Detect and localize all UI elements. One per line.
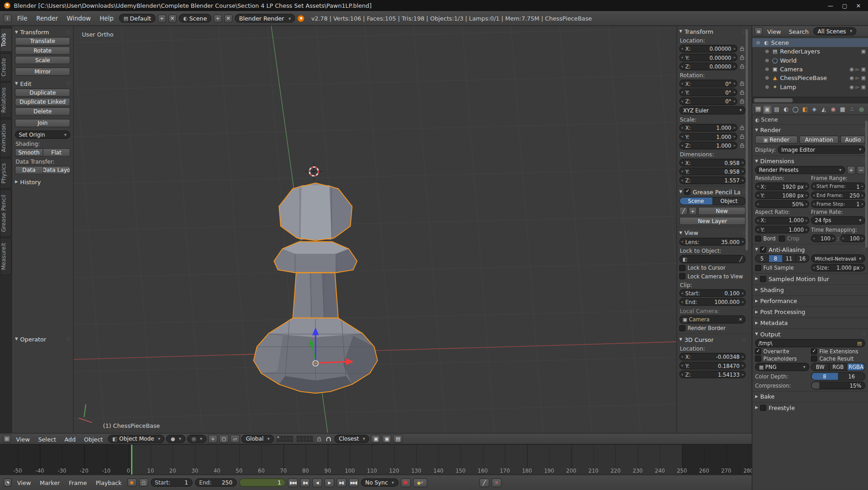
properties-scrollbar[interactable]	[865, 121, 868, 248]
flat-button[interactable]: Flat	[43, 148, 70, 156]
play-button[interactable]: ▶	[324, 478, 334, 487]
preview-range-icon[interactable]	[127, 479, 137, 487]
visibility-toggle-icon[interactable]	[850, 84, 854, 90]
timeline-frame-menu[interactable]: Frame	[65, 479, 90, 486]
menu-help[interactable]: Help	[96, 15, 117, 22]
aa-samples-16[interactable]: 16	[796, 255, 809, 262]
tab-texture[interactable]	[838, 104, 847, 114]
post-processing-panel-header[interactable]: Post Processing	[755, 308, 865, 316]
placeholders-checkbox[interactable]	[755, 356, 761, 362]
editor-type-icon[interactable]: i	[3, 14, 11, 22]
layer-dot[interactable]	[300, 439, 303, 442]
file-format-dropdown[interactable]: ▦ PNG	[755, 363, 809, 371]
overwrite-row[interactable]: Overwrite	[755, 348, 809, 354]
tab-object-data[interactable]	[819, 104, 828, 114]
channels-rgba[interactable]: RGBA	[847, 363, 865, 371]
next-keyframe-button[interactable]: ▶▮	[336, 478, 346, 487]
layer-dot[interactable]	[297, 439, 299, 442]
dimension-z-field[interactable]: Z:1.557	[679, 176, 746, 184]
render-toggle-icon[interactable]	[861, 84, 866, 90]
object-menu[interactable]: Object	[80, 436, 106, 442]
clip-start-field[interactable]: Start:0.100	[679, 289, 746, 297]
screen-layout-selector[interactable]: ▤ Default	[119, 14, 155, 22]
tab-relations[interactable]: Relations	[0, 82, 11, 117]
remap-new-field[interactable]: 100	[840, 234, 865, 242]
render-animation-button[interactable]: Animation	[799, 135, 839, 144]
border-row[interactable]: Bord	[755, 235, 776, 241]
select-menu[interactable]: Select	[35, 436, 59, 442]
performance-panel-header[interactable]: Performance	[755, 297, 865, 305]
n-panel-scrollbar[interactable]	[746, 29, 748, 250]
start-frame-field[interactable]: Start: 1	[150, 479, 192, 487]
viewport-canvas[interactable]	[74, 26, 676, 433]
browse-folder-icon[interactable]: ▤	[857, 341, 862, 346]
transform-panel-header[interactable]: Transform ∷	[679, 27, 746, 36]
start-frame-field[interactable]: Start Frame:1	[811, 182, 865, 190]
crop-row[interactable]: Crop	[779, 235, 799, 241]
antialiasing-panel-header[interactable]: Anti-Aliasing ∷	[755, 245, 865, 254]
rotation-mode-dropdown[interactable]: XYZ Euler	[679, 106, 746, 114]
lock-scale-y-button[interactable]	[739, 133, 746, 140]
frame-step-field[interactable]: Frame Step:1	[811, 200, 865, 208]
scale-x-field[interactable]: X:1.000	[679, 124, 737, 132]
sync-dropdown[interactable]: No Sync	[361, 479, 398, 487]
resolution-y-field[interactable]: Y:1080 px	[755, 192, 809, 199]
selectability-toggle-icon[interactable]	[856, 75, 859, 81]
resolution-x-field[interactable]: X:1920 px	[755, 182, 809, 190]
eyedropper-icon[interactable]: ╱	[740, 256, 743, 262]
lock-rotation-x-button[interactable]	[739, 80, 746, 87]
grease-pencil-checkbox[interactable]	[684, 189, 690, 195]
rotation-x-field[interactable]: X:0°	[679, 80, 737, 87]
remove-layout-button[interactable]: ✕	[168, 14, 176, 22]
gp-new-layer-button[interactable]: New Layer	[679, 217, 746, 225]
layer-dot[interactable]	[304, 439, 306, 442]
scene-selector[interactable]: ◐ Scene	[179, 14, 211, 22]
delete-keyframe-button[interactable]: ✕	[491, 478, 501, 487]
lock-rotation-y-button[interactable]	[739, 89, 746, 96]
bake-panel-header[interactable]: Bake	[755, 392, 865, 401]
render-engine-selector[interactable]: Blender Render	[234, 14, 295, 22]
aa-samples-11[interactable]: 11	[783, 255, 796, 262]
render-button[interactable]: ▣Render	[755, 135, 798, 144]
delete-button[interactable]: Delete	[15, 107, 70, 116]
timeline-view-menu[interactable]: View	[14, 479, 34, 486]
timeline-track[interactable]: -50-40-30-20-100102030405060708090100110…	[0, 444, 752, 475]
lock-location-y-button[interactable]	[739, 54, 746, 61]
drag-dots-icon[interactable]: ∷	[67, 336, 70, 341]
snap-element-dropdown[interactable]: Closest	[335, 435, 370, 443]
drag-dots-icon[interactable]: ∷	[67, 29, 70, 35]
render-toggle-icon[interactable]	[861, 48, 866, 54]
border-checkbox[interactable]	[755, 235, 761, 241]
layer-dot[interactable]	[283, 439, 286, 442]
outliner-item-renderlayers[interactable]: RenderLayers	[752, 47, 868, 56]
remove-preset-button[interactable]: −	[857, 166, 865, 174]
play-reverse-button[interactable]: ◀	[312, 478, 322, 487]
insert-keyframe-button[interactable]: ╱	[479, 478, 489, 487]
data-layout-button[interactable]: Data Layo	[43, 166, 70, 174]
aa-filter-dropdown[interactable]: Mitchell-Netravali	[811, 255, 865, 263]
lock-scale-x-button[interactable]	[739, 124, 746, 132]
drag-dots-icon[interactable]: ∷	[67, 80, 70, 86]
lens-field[interactable]: Lens:35.000	[679, 238, 746, 245]
shading-panel-header[interactable]: Shading	[755, 285, 865, 294]
expand-icon[interactable]	[764, 58, 770, 63]
expand-icon[interactable]	[764, 48, 770, 54]
scale-button[interactable]: Scale	[15, 56, 70, 64]
outliner-scrollbar[interactable]	[752, 97, 868, 103]
antialiasing-checkbox[interactable]	[760, 246, 766, 252]
cursor-y-field[interactable]: Y:0.18470	[679, 362, 746, 369]
outliner-search-menu[interactable]: Search	[785, 28, 812, 35]
render-toggle-icon[interactable]	[861, 66, 866, 72]
tab-render-layers[interactable]	[772, 104, 781, 114]
maximize-button[interactable]: ▢	[842, 2, 847, 8]
output-panel-header[interactable]: Output∷	[755, 330, 865, 338]
render-border-checkbox[interactable]	[679, 325, 685, 331]
rotation-y-field[interactable]: Y:0°	[679, 89, 737, 96]
duplicate-linked-button[interactable]: Duplicate Linked	[15, 98, 70, 106]
aspect-y-field[interactable]: Y:1.000	[755, 226, 809, 234]
edit-panel-header[interactable]: Edit ∷	[15, 79, 70, 88]
render-audio-button[interactable]: Audio	[841, 135, 865, 144]
layer-dot[interactable]	[310, 439, 313, 442]
selectability-toggle-icon[interactable]	[856, 66, 859, 72]
editor-type-icon[interactable]: ⊞	[3, 435, 11, 443]
